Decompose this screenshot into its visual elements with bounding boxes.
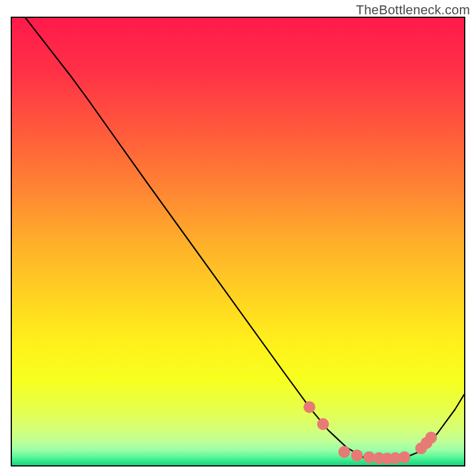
plot-area xyxy=(11,17,465,466)
chart-overlay xyxy=(12,18,464,465)
trough-marker xyxy=(339,446,350,458)
trough-marker xyxy=(425,431,437,443)
trough-marker xyxy=(351,450,363,462)
trough-marker xyxy=(317,418,329,430)
trough-marker xyxy=(399,452,411,464)
trough-markers xyxy=(303,401,437,464)
trough-marker xyxy=(303,401,315,413)
bottleneck-curve xyxy=(26,18,464,461)
chart-frame: TheBottleneck.com xyxy=(0,0,476,476)
attribution-text: TheBottleneck.com xyxy=(356,2,470,18)
